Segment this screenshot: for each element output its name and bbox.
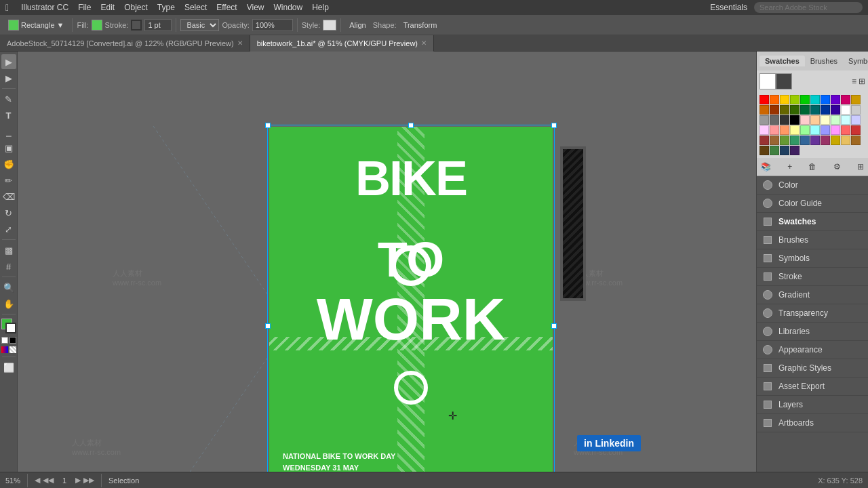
menu-edit[interactable]: Edit: [100, 3, 115, 12]
swatch-delete-icon[interactable]: 🗑: [807, 161, 818, 173]
scale-tool[interactable]: ⤢: [1, 222, 16, 237]
swatch-38[interactable]: [841, 125, 850, 135]
tab-2[interactable]: biketowork_1b.ai* @ 51% (CMYK/GPU Previe…: [250, 35, 434, 52]
swatch-47[interactable]: [831, 136, 840, 145]
swatch-41[interactable]: [770, 136, 779, 145]
prop-item-swatches[interactable]: Swatches: [757, 213, 868, 231]
pen-tool[interactable]: ✎: [1, 92, 16, 106]
swatch-2[interactable]: [780, 95, 789, 104]
swatch-10[interactable]: [760, 105, 769, 115]
swatch-44[interactable]: [800, 136, 810, 145]
essentials-label[interactable]: Essentials: [710, 3, 747, 12]
swatch-16[interactable]: [821, 105, 830, 115]
swatch-40[interactable]: [760, 136, 769, 145]
grid-view-icon[interactable]: ⊞: [859, 77, 865, 86]
line-tool[interactable]: ⎯: [1, 124, 16, 139]
swatch-35[interactable]: [810, 125, 820, 135]
menu-file[interactable]: File: [78, 3, 91, 12]
transform-button[interactable]: Transform: [399, 20, 441, 30]
page-num[interactable]: 1: [56, 476, 73, 485]
prop-item-symbols[interactable]: Symbols: [757, 249, 868, 268]
swatch-28[interactable]: [841, 115, 850, 125]
prop-item-color-guide[interactable]: Color Guide: [757, 195, 868, 213]
menu-select[interactable]: Select: [184, 3, 207, 12]
swatch-6[interactable]: [821, 95, 830, 104]
prop-item-color[interactable]: Color: [757, 176, 868, 195]
stroke-swatch[interactable]: [5, 323, 16, 333]
none-swatch[interactable]: [9, 346, 16, 353]
stroke-color-box[interactable]: [131, 20, 142, 30]
swatch-48[interactable]: [841, 136, 850, 145]
rectangle-tool[interactable]: ▣: [1, 140, 16, 155]
pattern-swatch-1[interactable]: [563, 149, 583, 298]
swatch-1[interactable]: [770, 95, 779, 104]
default-colors[interactable]: [9, 337, 16, 344]
swatch-3[interactable]: [790, 95, 800, 104]
prop-item-graphic-styles[interactable]: Graphic Styles: [757, 359, 868, 378]
direct-selection-tool[interactable]: ▶: [1, 70, 16, 85]
basic-dropdown[interactable]: Basic: [180, 19, 219, 31]
tab-1[interactable]: AdobeStock_50714129 [Converted].ai @ 122…: [0, 35, 250, 52]
swatch-49[interactable]: [851, 136, 861, 145]
prop-item-gradient[interactable]: Gradient: [757, 286, 868, 304]
swatch-22[interactable]: [780, 115, 789, 125]
prop-item-asset-export[interactable]: Asset Export: [757, 378, 868, 396]
swatch-library-icon[interactable]: 📚: [760, 161, 772, 173]
swatch-50[interactable]: [760, 146, 769, 155]
prop-item-stroke[interactable]: Stroke: [757, 268, 868, 286]
menu-effect[interactable]: Effect: [216, 3, 237, 12]
symbols-tab[interactable]: Symbols: [843, 56, 868, 66]
gray-swatch[interactable]: [776, 73, 792, 89]
swatch-15[interactable]: [810, 105, 820, 115]
swatch-32[interactable]: [780, 125, 789, 135]
pencil-tool[interactable]: ✏: [1, 173, 16, 188]
stroke-weight-input[interactable]: [144, 19, 172, 31]
mesh-tool[interactable]: #: [1, 259, 16, 274]
swatch-52[interactable]: [780, 146, 789, 155]
hand-tool[interactable]: ✋: [1, 296, 16, 311]
swatch-53[interactable]: [790, 146, 800, 155]
opacity-input[interactable]: [252, 19, 293, 31]
graph-tool[interactable]: ▩: [1, 243, 16, 258]
swatch-8[interactable]: [841, 95, 850, 104]
swatch-33[interactable]: [790, 125, 800, 135]
swatch-4[interactable]: [800, 95, 810, 104]
swatch-14[interactable]: [800, 105, 810, 115]
tab-2-close[interactable]: ✕: [421, 39, 427, 47]
swatch-20[interactable]: [760, 115, 769, 125]
prop-item-layers[interactable]: Layers: [757, 396, 868, 414]
menu-view[interactable]: View: [247, 3, 264, 12]
swatch-37[interactable]: [831, 125, 840, 135]
menu-type[interactable]: Type: [157, 3, 175, 12]
canvas-area[interactable]: 人人素材www.rr-sc.com 人人素材www.rr-sc.com 人人素材…: [18, 52, 756, 472]
swatch-51[interactable]: [770, 146, 779, 155]
page-next-end-btn[interactable]: ▶▶: [83, 476, 94, 485]
swatch-31[interactable]: [770, 125, 779, 135]
swatch-5[interactable]: [810, 95, 820, 104]
swatch-21[interactable]: [770, 115, 779, 125]
swatch-18[interactable]: [841, 105, 850, 115]
swatch-42[interactable]: [780, 136, 789, 145]
swatch-19[interactable]: [851, 105, 861, 115]
prop-item-brushes[interactable]: Brushes: [757, 231, 868, 249]
brushes-tab[interactable]: Brushes: [805, 56, 843, 66]
swatches-tab[interactable]: Swatches: [760, 56, 805, 66]
align-button[interactable]: Align: [345, 20, 370, 30]
fill-color-box[interactable]: [92, 20, 102, 30]
prop-item-transparency[interactable]: Transparency: [757, 304, 868, 323]
swatch-29[interactable]: [851, 115, 861, 125]
swatch-39[interactable]: [851, 125, 861, 135]
swatch-23[interactable]: [790, 115, 800, 125]
menu-window[interactable]: Window: [274, 3, 303, 12]
swatch-17[interactable]: [831, 105, 840, 115]
swatch-24[interactable]: [800, 115, 810, 125]
swatch-options-icon[interactable]: ⚙: [832, 161, 842, 173]
swatch-30[interactable]: [760, 125, 769, 135]
swatch-13[interactable]: [790, 105, 800, 115]
prop-item-libraries[interactable]: Libraries: [757, 323, 868, 341]
swatch-grid-icon[interactable]: ⊞: [856, 161, 865, 173]
swap-fill-stroke[interactable]: [1, 337, 8, 344]
style-preview[interactable]: [323, 20, 336, 30]
page-next-btn[interactable]: ▶: [75, 476, 81, 485]
white-swatch[interactable]: [760, 73, 776, 89]
